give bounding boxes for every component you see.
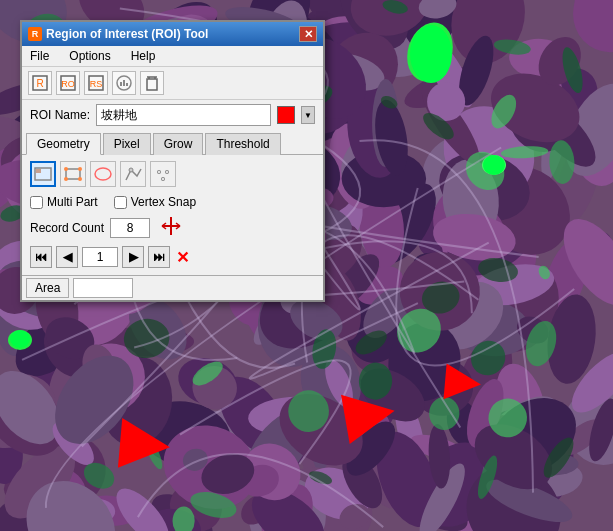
multi-part-checkbox[interactable]: Multi Part xyxy=(30,195,98,209)
svg-point-22 xyxy=(129,168,133,172)
expand-icon[interactable] xyxy=(160,215,182,240)
roi-name-label: ROI Name: xyxy=(30,108,90,122)
svg-text:RS: RS xyxy=(90,79,103,89)
svg-rect-15 xyxy=(36,169,41,173)
title-bar: R Region of Interest (ROI) Tool ✕ xyxy=(22,22,323,46)
svg-text:RO: RO xyxy=(61,79,75,89)
tab-geometry[interactable]: Geometry xyxy=(26,133,101,155)
window-icon: R xyxy=(28,27,42,41)
tab-grow[interactable]: Grow xyxy=(153,133,204,155)
close-button[interactable]: ✕ xyxy=(299,26,317,42)
draw-tools xyxy=(30,161,315,187)
roi-color-dropdown[interactable]: ▼ xyxy=(301,106,315,124)
draw-point-btn[interactable] xyxy=(150,161,176,187)
roi-name-row: ROI Name: ▼ xyxy=(22,100,323,130)
svg-point-28 xyxy=(162,178,164,180)
vertex-snap-checkbox[interactable]: Vertex Snap xyxy=(114,195,196,209)
map-green-2 xyxy=(483,155,505,175)
map-green-1 xyxy=(410,25,452,83)
toolbar-btn-5[interactable] xyxy=(140,71,164,95)
draw-rectangle-btn[interactable] xyxy=(60,161,86,187)
nav-row: ⏮ ◀ ▶ ⏭ ✕ xyxy=(30,246,315,268)
toolbar-btn-1[interactable]: R xyxy=(28,71,52,95)
menu-options[interactable]: Options xyxy=(65,48,114,64)
vertex-snap-label: Vertex Snap xyxy=(131,195,196,209)
checkbox-row: Multi Part Vertex Snap xyxy=(30,195,315,209)
svg-rect-16 xyxy=(66,169,80,179)
svg-point-27 xyxy=(166,171,168,173)
draw-polyline-btn[interactable] xyxy=(120,161,146,187)
draw-polygon-btn[interactable] xyxy=(30,161,56,187)
record-count-row: Record Count xyxy=(30,215,315,240)
menu-help[interactable]: Help xyxy=(127,48,160,64)
svg-point-19 xyxy=(64,177,68,181)
tab-pixel[interactable]: Pixel xyxy=(103,133,151,155)
svg-text:R: R xyxy=(36,78,43,89)
nav-first-btn[interactable]: ⏮ xyxy=(30,246,52,268)
svg-point-26 xyxy=(158,171,160,173)
nav-page-input[interactable] xyxy=(82,247,118,267)
roi-color-swatch[interactable] xyxy=(277,106,295,124)
map-arrow-2 xyxy=(341,386,399,444)
window-title: Region of Interest (ROI) Tool xyxy=(46,27,208,41)
nav-last-btn[interactable]: ⏭ xyxy=(148,246,170,268)
svg-point-17 xyxy=(64,167,68,171)
status-area-label: Area xyxy=(26,278,69,298)
title-bar-left: R Region of Interest (ROI) Tool xyxy=(28,27,208,41)
vertex-snap-input[interactable] xyxy=(114,196,127,209)
record-count-input[interactable] xyxy=(110,218,150,238)
menu-bar: File Options Help xyxy=(22,46,323,67)
toolbar-btn-3[interactable]: RS xyxy=(84,71,108,95)
status-area-value xyxy=(73,278,133,298)
toolbar: R RO RS xyxy=(22,67,323,100)
svg-point-18 xyxy=(78,167,82,171)
roi-name-input[interactable] xyxy=(96,104,271,126)
map-arrow-1 xyxy=(118,418,172,472)
multi-part-label: Multi Part xyxy=(47,195,98,209)
svg-rect-10 xyxy=(147,79,157,90)
nav-next-btn[interactable]: ▶ xyxy=(122,246,144,268)
nav-prev-btn[interactable]: ◀ xyxy=(56,246,78,268)
svg-point-21 xyxy=(95,168,111,180)
tab-content-geometry: Multi Part Vertex Snap Record Count xyxy=(22,155,323,275)
toolbar-btn-2[interactable]: RO xyxy=(56,71,80,95)
roi-dialog: R Region of Interest (ROI) Tool ✕ File O… xyxy=(20,20,325,302)
draw-circle-btn[interactable] xyxy=(90,161,116,187)
nav-delete-btn[interactable]: ✕ xyxy=(174,248,191,267)
multi-part-input[interactable] xyxy=(30,196,43,209)
status-bar: Area xyxy=(22,275,323,300)
tab-bar: Geometry Pixel Grow Threshold xyxy=(22,130,323,155)
toolbar-btn-4[interactable] xyxy=(112,71,136,95)
svg-point-20 xyxy=(78,177,82,181)
record-count-label: Record Count xyxy=(30,221,104,235)
map-arrow-3 xyxy=(443,363,482,402)
menu-file[interactable]: File xyxy=(26,48,53,64)
map-green-3 xyxy=(10,330,30,348)
tab-threshold[interactable]: Threshold xyxy=(205,133,280,155)
